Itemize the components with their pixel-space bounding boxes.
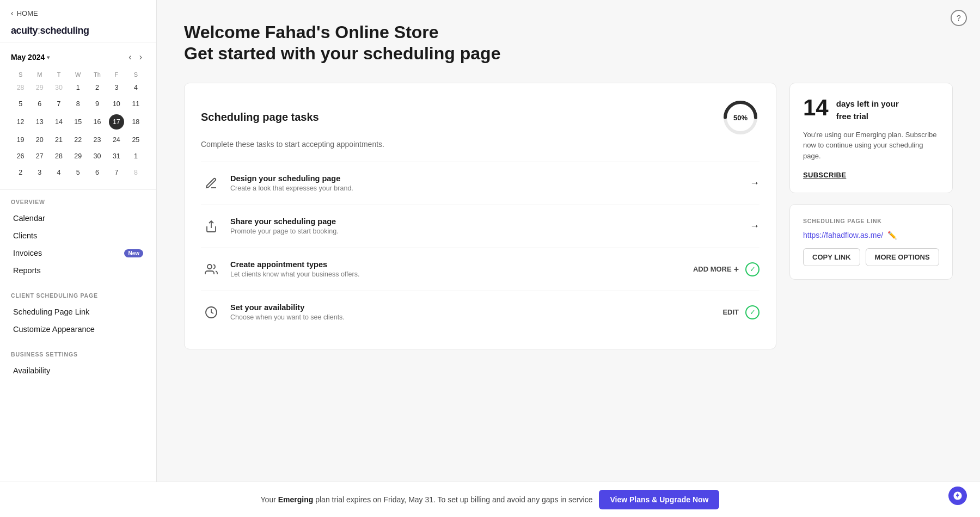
calendar-day-30[interactable]: 30 bbox=[49, 79, 68, 96]
app-logo: acuity:scheduling bbox=[11, 25, 145, 36]
calendar-day-1[interactable]: 1 bbox=[126, 148, 145, 164]
clients-nav-label: Clients bbox=[13, 231, 37, 240]
back-home-button[interactable]: ‹ HOME bbox=[11, 9, 145, 17]
calendar-day-30[interactable]: 30 bbox=[88, 148, 107, 164]
bottom-floating-icon[interactable] bbox=[948, 487, 967, 505]
calendar-day-3[interactable]: 3 bbox=[107, 79, 126, 96]
design-task-arrow[interactable]: → bbox=[750, 177, 759, 189]
bottom-plan-name: Emerging bbox=[278, 495, 314, 504]
calendar-day-4[interactable]: 4 bbox=[49, 164, 68, 181]
appt-types-task-desc: Let clients know what your business offe… bbox=[230, 270, 684, 278]
calendar-day-29[interactable]: 29 bbox=[69, 148, 88, 164]
scheduling-url-link[interactable]: https://fahadflow.as.me/ bbox=[803, 231, 883, 239]
appt-types-check-icon: ✓ bbox=[745, 262, 759, 276]
calendar-day-11[interactable]: 11 bbox=[126, 96, 145, 112]
calendar-day-21[interactable]: 21 bbox=[49, 132, 68, 148]
calendar-day-17[interactable]: 17 bbox=[107, 112, 126, 132]
calendar-day-3[interactable]: 3 bbox=[30, 164, 49, 181]
availability-task-action: EDIT ✓ bbox=[722, 305, 759, 319]
calendar-next-button[interactable]: › bbox=[136, 51, 145, 63]
sidebar-item-customize-appearance[interactable]: Customize Appearance bbox=[11, 321, 145, 338]
share-task-icon bbox=[201, 216, 222, 237]
edit-url-icon[interactable]: ✏️ bbox=[887, 231, 897, 239]
calendar-day-14[interactable]: 14 bbox=[49, 112, 68, 132]
calendar-prev-button[interactable]: ‹ bbox=[125, 51, 134, 63]
calendar-day-23[interactable]: 23 bbox=[88, 132, 107, 148]
calendar-section: May 2024 ▾ ‹ › S M T W Th F bbox=[0, 42, 156, 190]
calendar-day-22[interactable]: 22 bbox=[69, 132, 88, 148]
more-options-button[interactable]: MORE OPTIONS bbox=[866, 248, 939, 266]
calendar-day-16[interactable]: 16 bbox=[88, 112, 107, 132]
client-scheduling-nav: CLIENT SCHEDULING PAGE Scheduling Page L… bbox=[0, 284, 156, 342]
sidebar-item-calendar[interactable]: Calendar bbox=[11, 210, 145, 227]
calendar-day-2[interactable]: 2 bbox=[11, 164, 30, 181]
sidebar-item-scheduling-page-link[interactable]: Scheduling Page Link bbox=[11, 303, 145, 321]
upgrade-button[interactable]: View Plans & Upgrade Now bbox=[599, 490, 719, 509]
edit-label: EDIT bbox=[722, 308, 739, 316]
sidebar-item-invoices[interactable]: Invoices New bbox=[11, 244, 145, 262]
client-scheduling-label: CLIENT SCHEDULING PAGE bbox=[11, 292, 145, 299]
calendar-day-25[interactable]: 25 bbox=[126, 132, 145, 148]
calendar-day-31[interactable]: 31 bbox=[107, 148, 126, 164]
subscribe-button[interactable]: SUBSCRIBE bbox=[803, 171, 846, 179]
invoices-nav-label: Invoices bbox=[13, 249, 42, 257]
svg-point-3 bbox=[207, 264, 212, 269]
content-row: Scheduling page tasks 50% Complete these… bbox=[184, 83, 953, 349]
calendar-day-5[interactable]: 5 bbox=[11, 96, 30, 112]
calendar-day-4[interactable]: 4 bbox=[126, 79, 145, 96]
calendar-day-7[interactable]: 7 bbox=[107, 164, 126, 181]
design-task-desc: Create a look that expresses your brand. bbox=[230, 184, 741, 192]
back-home-label: HOME bbox=[17, 9, 38, 17]
availability-label: Availability bbox=[13, 366, 50, 375]
copy-link-button[interactable]: COPY LINK bbox=[803, 248, 860, 266]
calendar-day-1[interactable]: 1 bbox=[69, 79, 88, 96]
task-item-appt-types: Create appointment types Let clients kno… bbox=[201, 248, 759, 291]
tasks-title: Scheduling page tasks bbox=[201, 111, 319, 124]
month-year-label: May 2024 bbox=[11, 53, 45, 61]
customize-appearance-label: Customize Appearance bbox=[13, 325, 95, 334]
calendar-day-24[interactable]: 24 bbox=[107, 132, 126, 148]
calendar-day-20[interactable]: 20 bbox=[30, 132, 49, 148]
calendar-grid: S M T W Th F S 2829301234567891011121314… bbox=[11, 70, 145, 181]
calendar-day-2[interactable]: 2 bbox=[88, 79, 107, 96]
calendar-day-13[interactable]: 13 bbox=[30, 112, 49, 132]
add-more-button[interactable]: ADD MORE + bbox=[693, 264, 739, 274]
link-actions: COPY LINK MORE OPTIONS bbox=[803, 248, 939, 266]
calendar-day-29[interactable]: 29 bbox=[30, 79, 49, 96]
calendar-day-10[interactable]: 10 bbox=[107, 96, 126, 112]
calendar-day-15[interactable]: 15 bbox=[69, 112, 88, 132]
back-chevron-icon: ‹ bbox=[11, 9, 14, 17]
calendar-day-19[interactable]: 19 bbox=[11, 132, 30, 148]
business-settings-nav: BUSINESS SETTINGS Availability bbox=[0, 342, 156, 384]
calendar-day-27[interactable]: 27 bbox=[30, 148, 49, 164]
calendar-day-8[interactable]: 8 bbox=[69, 96, 88, 112]
sidebar-item-availability[interactable]: Availability bbox=[11, 362, 145, 379]
calendar-day-26[interactable]: 26 bbox=[11, 148, 30, 164]
calendar-day-28[interactable]: 28 bbox=[49, 148, 68, 164]
calendar-day-9[interactable]: 9 bbox=[88, 96, 107, 112]
share-task-name: Share your scheduling page bbox=[230, 217, 741, 226]
calendar-day-18[interactable]: 18 bbox=[126, 112, 145, 132]
share-task-arrow[interactable]: → bbox=[750, 220, 759, 232]
calendar-day-8[interactable]: 8 bbox=[126, 164, 145, 181]
help-icon[interactable]: ? bbox=[951, 10, 967, 26]
calendar-day-12[interactable]: 12 bbox=[11, 112, 30, 132]
calendar-day-6[interactable]: 6 bbox=[30, 96, 49, 112]
trial-description: You're using our Emerging plan. Subscrib… bbox=[803, 130, 939, 162]
month-year-selector[interactable]: May 2024 ▾ bbox=[11, 53, 50, 61]
edit-availability-button[interactable]: EDIT bbox=[722, 308, 739, 316]
bottom-bar-text: Your Emerging plan trial expires on Frid… bbox=[261, 495, 593, 504]
calendar-day-5[interactable]: 5 bbox=[69, 164, 88, 181]
calendar-day-28[interactable]: 28 bbox=[11, 79, 30, 96]
share-task-action: → bbox=[750, 220, 759, 232]
design-task-icon bbox=[201, 173, 222, 194]
sidebar-item-clients[interactable]: Clients bbox=[11, 227, 145, 244]
trial-days-count: 14 bbox=[803, 96, 829, 119]
welcome-title: Welcome Fahad's Online Store bbox=[184, 22, 953, 42]
calendar-day-7[interactable]: 7 bbox=[49, 96, 68, 112]
trial-label-line1: days left in your bbox=[836, 96, 899, 109]
calendar-day-6[interactable]: 6 bbox=[88, 164, 107, 181]
sidebar-item-reports[interactable]: Reports bbox=[11, 262, 145, 279]
design-task-action: → bbox=[750, 177, 759, 189]
trial-label-line2: free trial bbox=[836, 109, 899, 122]
